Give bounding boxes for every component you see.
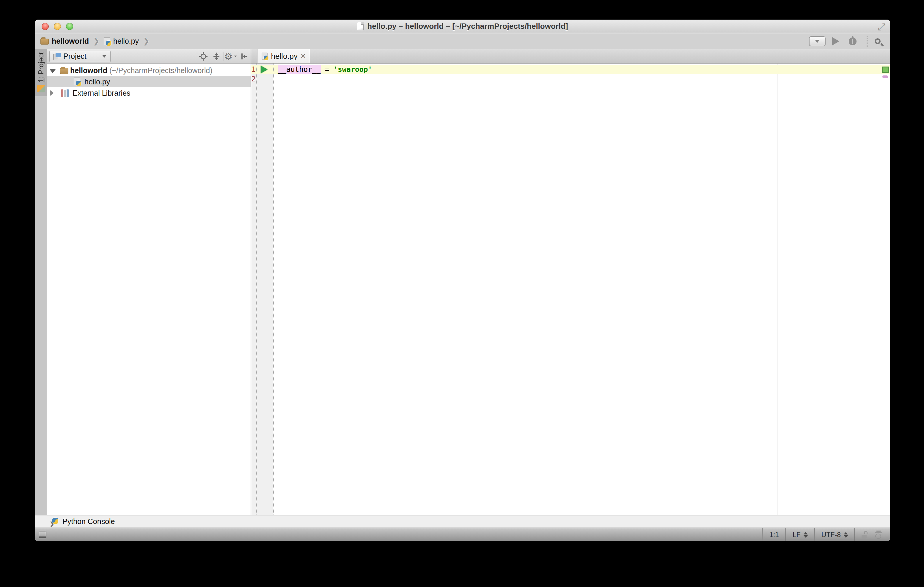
python-console-button[interactable]: Python Console bbox=[63, 517, 115, 526]
collapse-all-icon[interactable] bbox=[210, 51, 223, 62]
tree-row-external-libraries[interactable]: External Libraries bbox=[47, 87, 251, 99]
code-editor[interactable]: 1 __author__ = 'swaroop' 2 bbox=[251, 64, 890, 515]
traffic-lights bbox=[41, 23, 73, 30]
external-libraries-icon bbox=[61, 89, 69, 97]
error-stripe-mark[interactable] bbox=[883, 76, 888, 78]
bottom-tool-bar: ❯ Python Console bbox=[35, 515, 890, 528]
python-file-icon bbox=[104, 38, 110, 45]
folder-icon bbox=[60, 68, 68, 74]
toolwindow-toggle-icon[interactable] bbox=[39, 531, 46, 539]
document-proxy-icon bbox=[357, 22, 364, 30]
folder-icon bbox=[40, 39, 49, 44]
run-gutter-icon[interactable] bbox=[261, 66, 267, 73]
project-panel-header: Project bbox=[47, 49, 251, 64]
line-number: 2 bbox=[251, 75, 256, 83]
inspection-status-icon[interactable] bbox=[882, 67, 889, 73]
editor-gutter bbox=[251, 64, 273, 515]
minimize-window-button[interactable] bbox=[54, 23, 61, 30]
caret-position[interactable]: 1:1 bbox=[763, 528, 785, 541]
tree-expand-icon[interactable] bbox=[50, 90, 54, 96]
main-area: 1: Project Project bbox=[35, 49, 890, 515]
project-stripe-tab[interactable]: 1: Project bbox=[35, 49, 47, 96]
editor-tab-bar: hello.py × bbox=[251, 49, 890, 64]
window-title: hello.py – helloworld – [~/PycharmProjec… bbox=[367, 22, 568, 31]
settings-gear-icon[interactable]: ⚙ bbox=[224, 51, 238, 62]
chevron-right-icon: ❯ bbox=[142, 36, 150, 46]
hide-panel-icon[interactable] bbox=[238, 51, 251, 62]
project-stripe-label: 1: Project bbox=[37, 52, 45, 82]
external-libraries-label: External Libraries bbox=[73, 89, 130, 97]
code-line-2[interactable]: 2 bbox=[251, 74, 890, 84]
file-label: hello.py bbox=[84, 77, 110, 86]
readonly-lock-toggle[interactable] bbox=[855, 528, 874, 541]
python-file-icon bbox=[262, 53, 268, 59]
tree-collapse-icon[interactable] bbox=[50, 69, 56, 73]
search-icon[interactable] bbox=[874, 38, 881, 44]
breadcrumb-project[interactable]: helloworld bbox=[40, 37, 89, 46]
navigation-bar: helloworld ❯ hello.py ❯ bbox=[35, 33, 890, 49]
run-configuration-select[interactable] bbox=[809, 36, 826, 46]
line-number: 1 bbox=[251, 65, 256, 74]
python-file-icon bbox=[74, 77, 80, 85]
updown-icon bbox=[804, 532, 808, 538]
gutter-separator bbox=[256, 64, 257, 515]
pycharm-tool-icon bbox=[37, 85, 45, 92]
code-token-variable: __author__ bbox=[278, 65, 321, 74]
zoom-window-button[interactable] bbox=[66, 23, 73, 30]
project-view-label: Project bbox=[63, 52, 99, 61]
encoding-select[interactable]: UTF-8 bbox=[815, 528, 855, 541]
unlocked-icon bbox=[861, 531, 868, 539]
python-console-icon: ❯ bbox=[51, 518, 58, 526]
project-tree: helloworld (~/PycharmProjects/helloworld… bbox=[47, 64, 251, 515]
run-icon[interactable] bbox=[832, 37, 839, 46]
tab-hello-py[interactable]: hello.py × bbox=[257, 49, 310, 63]
code-line-1[interactable]: 1 __author__ = 'swaroop' bbox=[251, 65, 890, 74]
project-pane-icon bbox=[53, 53, 60, 60]
line-ending-select[interactable]: LF bbox=[786, 528, 814, 541]
toolbar-separator bbox=[866, 36, 868, 47]
tool-window-stripe: 1: Project bbox=[35, 49, 47, 515]
breadcrumb-label: helloworld bbox=[52, 37, 89, 46]
scroll-to-source-icon[interactable] bbox=[197, 51, 210, 62]
gutter-separator bbox=[273, 64, 274, 515]
breadcrumb-label: hello.py bbox=[113, 37, 139, 46]
code-token-string: 'swaroop' bbox=[333, 65, 372, 74]
chevron-down-icon bbox=[102, 55, 106, 58]
chevron-right-icon: ❯ bbox=[92, 36, 100, 46]
updown-icon bbox=[844, 532, 848, 538]
close-tab-icon[interactable]: × bbox=[300, 51, 306, 60]
right-margin-line bbox=[777, 64, 777, 515]
chevron-down-icon bbox=[815, 40, 820, 43]
title-bar[interactable]: hello.py – helloworld – [~/PycharmProjec… bbox=[35, 20, 890, 33]
debug-icon[interactable] bbox=[849, 38, 856, 45]
editor-column: hello.py × 1 __author__ = 'swaroop' 2 bbox=[251, 49, 890, 515]
tree-row-hello-py[interactable]: hello.py bbox=[47, 76, 251, 87]
project-root-label: helloworld bbox=[70, 66, 107, 74]
editor-lines: 1 __author__ = 'swaroop' 2 bbox=[251, 64, 890, 84]
project-panel: Project bbox=[47, 49, 251, 515]
status-bar: 1:1 LF UTF-8 bbox=[35, 528, 890, 541]
project-view-selector[interactable]: Project bbox=[50, 51, 111, 62]
pycharm-window: hello.py – helloworld – [~/PycharmProjec… bbox=[35, 20, 890, 541]
project-root-path: (~/PycharmProjects/helloworld) bbox=[107, 66, 213, 74]
tab-label: hello.py bbox=[271, 52, 298, 61]
tree-row-project-root[interactable]: helloworld (~/PycharmProjects/helloworld… bbox=[47, 65, 251, 76]
resize-expand-icon[interactable]: ⤢ bbox=[878, 21, 885, 32]
close-window-button[interactable] bbox=[41, 23, 49, 30]
hector-inspector-icon[interactable] bbox=[874, 531, 883, 539]
breadcrumb-file[interactable]: hello.py bbox=[104, 37, 139, 46]
code-token-operator: = bbox=[321, 65, 333, 74]
